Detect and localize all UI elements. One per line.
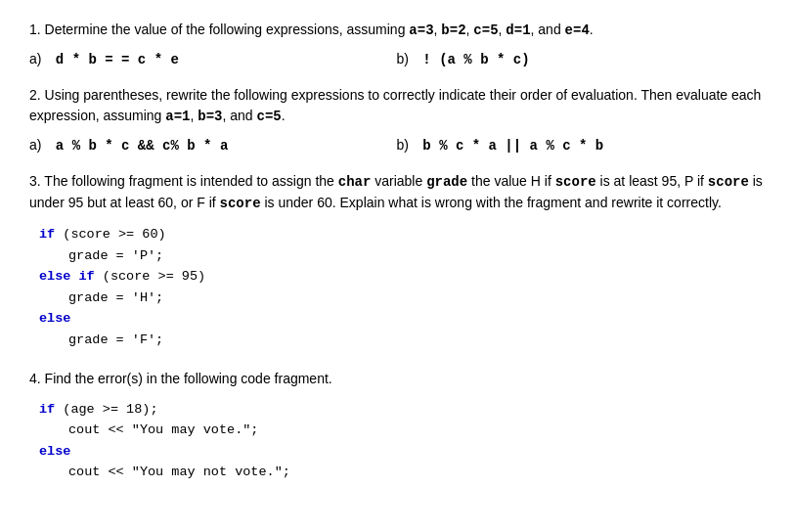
q4-code-line-4: cout << "You may not vote.";	[68, 462, 764, 483]
q4-code-line-3: else	[39, 441, 764, 463]
q3-text: 3. The following fragment is intended to…	[29, 171, 764, 214]
q1-parts: a) d * b = = c * e b) ! (a % b * c)	[29, 51, 764, 67]
q1-a-expr: d * b = = c * e	[56, 52, 179, 67]
q2-body: Using parentheses, rewrite the following…	[29, 87, 761, 123]
q1-part-a: a) d * b = = c * e	[29, 51, 397, 67]
q4-text: 4. Find the error(s) in the following co…	[29, 369, 764, 389]
q2-part-b: b) b % c * a || a % c * b	[397, 137, 765, 154]
q2-b-label: b)	[397, 137, 409, 153]
q4-code: if (age >= 18); cout << "You may vote.";…	[39, 399, 764, 483]
q4-body: Find the error(s) in the following code …	[45, 371, 332, 386]
q2-a-expr: a % b * c && c% b * a	[56, 138, 228, 154]
question-3: 3. The following fragment is intended to…	[29, 171, 764, 351]
q2-label: 2.	[29, 87, 41, 103]
q1-text: 1. Determine the value of the following …	[29, 20, 764, 41]
q3-code-line-6: grade = 'F';	[68, 330, 764, 351]
q4-code-line-2: cout << "You may vote.";	[68, 420, 764, 441]
question-1: 1. Determine the value of the following …	[29, 20, 764, 67]
q3-code-line-1: if (score >= 60)	[39, 224, 764, 245]
q3-label: 3.	[29, 173, 41, 189]
q2-a-label: a)	[29, 137, 41, 153]
q1-label: 1.	[29, 22, 41, 37]
q3-code-line-3: else if (score >= 95)	[39, 266, 764, 288]
q1-b-label: b)	[397, 51, 409, 66]
question-4: 4. Find the error(s) in the following co…	[29, 369, 764, 483]
q2-part-a: a) a % b * c && c% b * a	[29, 137, 397, 154]
q3-code-line-4: grade = 'H';	[68, 288, 764, 309]
q1-a-label: a)	[29, 51, 41, 66]
q1-part-b: b) ! (a % b * c)	[397, 51, 765, 67]
q2-text: 2. Using parentheses, rewrite the follow…	[29, 85, 764, 127]
q3-code: if (score >= 60) grade = 'P'; else if (s…	[39, 224, 764, 351]
q3-body: The following fragment is intended to as…	[29, 173, 763, 210]
q1-b-expr: ! (a % b * c)	[422, 52, 529, 67]
q2-b-expr: b % c * a || a % c * b	[422, 138, 603, 154]
q1-body: Determine the value of the following exp…	[45, 22, 594, 37]
q3-code-line-2: grade = 'P';	[68, 245, 764, 267]
q3-code-line-5: else	[39, 308, 764, 330]
q4-code-line-1: if (age >= 18);	[39, 399, 764, 421]
q4-label: 4.	[29, 371, 41, 386]
question-2: 2. Using parentheses, rewrite the follow…	[29, 85, 764, 154]
q2-parts: a) a % b * c && c% b * a b) b % c * a ||…	[29, 137, 764, 154]
